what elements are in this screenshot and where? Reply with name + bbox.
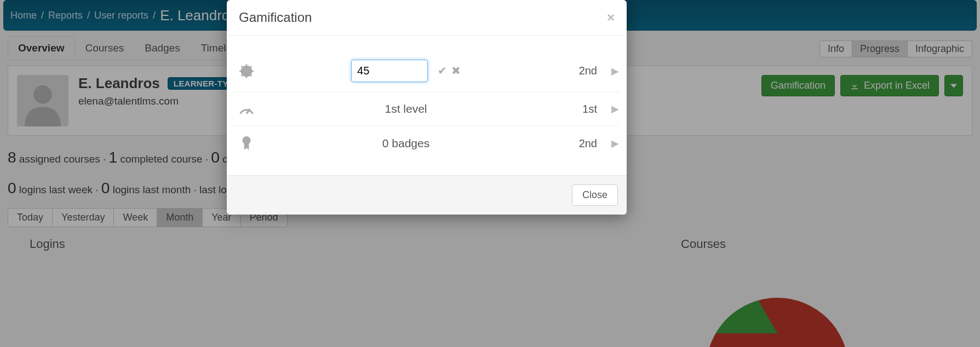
modal-title: Gamification — [239, 10, 312, 25]
modal-body: ✔ ✖ 2nd ▶ 1st level 1st ▶ 0 badges 2nd ▶ — [227, 36, 627, 175]
svg-point-11 — [242, 136, 250, 144]
svg-line-7 — [250, 75, 251, 76]
cancel-icon[interactable]: ✖ — [451, 64, 461, 77]
badges-row: 0 badges 2nd ▶ — [234, 126, 619, 161]
modal-footer: Close — [227, 175, 627, 215]
points-row: ✔ ✖ 2nd ▶ — [234, 50, 619, 92]
level-row: 1st level 1st ▶ — [234, 92, 619, 126]
badges-expand-icon[interactable]: ▶ — [597, 137, 619, 149]
level-expand-icon[interactable]: ▶ — [597, 103, 619, 115]
svg-line-9 — [250, 66, 251, 67]
close-icon[interactable]: × — [607, 11, 615, 24]
level-rank: 1st — [553, 103, 597, 115]
svg-line-6 — [242, 66, 243, 67]
gamification-modal: Gamification × ✔ ✖ 2nd ▶ 1st level 1st — [227, 0, 627, 215]
points-expand-icon[interactable]: ▶ — [597, 65, 619, 77]
close-button[interactable]: Close — [572, 184, 618, 206]
points-rank: 2nd — [553, 65, 597, 77]
badges-label[interactable]: 0 badges — [259, 137, 553, 150]
badge-icon — [234, 136, 259, 151]
svg-line-8 — [242, 75, 243, 76]
points-center: ✔ ✖ — [259, 60, 553, 82]
gauge-icon — [234, 102, 259, 115]
level-label[interactable]: 1st level — [259, 102, 553, 115]
badges-rank: 2nd — [553, 137, 597, 150]
points-icon — [234, 63, 259, 79]
confirm-icon[interactable]: ✔ — [438, 64, 447, 77]
modal-header: Gamification × — [227, 0, 627, 36]
points-input[interactable] — [351, 60, 428, 82]
